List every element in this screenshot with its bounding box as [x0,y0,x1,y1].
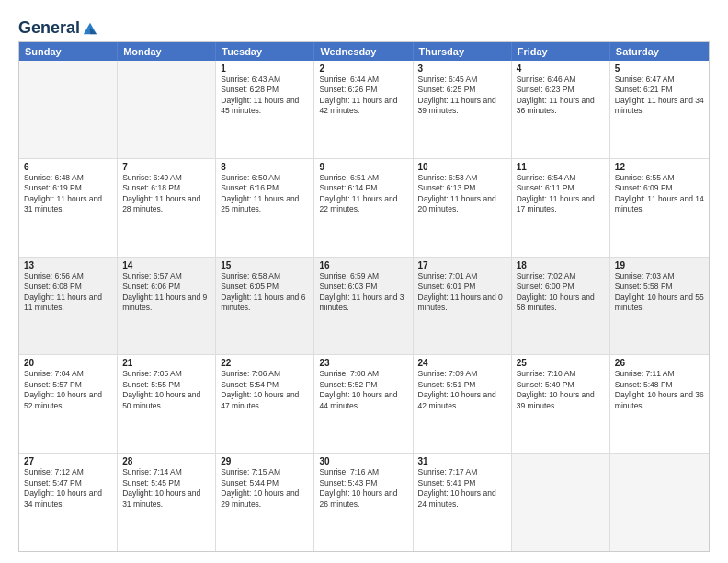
day-cell-26: 26Sunrise: 7:11 AM Sunset: 5:48 PM Dayli… [610,355,709,453]
week-row-2: 6Sunrise: 6:48 AM Sunset: 6:19 PM Daylig… [19,159,709,258]
day-number: 19 [615,260,704,270]
day-details: Sunrise: 6:49 AM Sunset: 6:18 PM Dayligh… [122,173,200,213]
day-cell-4: 4Sunrise: 6:46 AM Sunset: 6:23 PM Daylig… [512,61,610,158]
day-cell-7: 7Sunrise: 6:49 AM Sunset: 6:18 PM Daylig… [118,159,216,257]
day-cell-16: 16Sunrise: 6:59 AM Sunset: 6:03 PM Dayli… [314,258,413,355]
day-details: Sunrise: 7:06 AM Sunset: 5:54 PM Dayligh… [221,369,299,409]
day-number: 2 [319,63,407,74]
day-number: 8 [221,162,309,172]
day-number: 25 [517,358,605,368]
header: General [18,15,710,34]
day-details: Sunrise: 6:58 AM Sunset: 6:05 PM Dayligh… [221,271,305,312]
day-details: Sunrise: 7:16 AM Sunset: 5:43 PM Dayligh… [319,467,397,508]
header-day-thursday: Thursday [414,42,512,61]
logo-general: General [18,18,80,38]
day-cell-1: 1Sunrise: 6:43 AM Sunset: 6:28 PM Daylig… [216,61,314,158]
day-details: Sunrise: 6:45 AM Sunset: 6:25 PM Dayligh… [418,75,496,115]
empty-cell-4-5 [512,454,610,551]
day-details: Sunrise: 7:01 AM Sunset: 6:01 PM Dayligh… [418,271,503,312]
header-day-tuesday: Tuesday [216,42,314,61]
day-cell-20: 20Sunrise: 7:04 AM Sunset: 5:57 PM Dayli… [19,355,118,453]
day-details: Sunrise: 6:57 AM Sunset: 6:06 PM Dayligh… [122,271,207,312]
day-number: 24 [418,358,506,368]
day-cell-28: 28Sunrise: 7:14 AM Sunset: 5:45 PM Dayli… [118,454,216,551]
day-details: Sunrise: 7:12 AM Sunset: 5:47 PM Dayligh… [24,467,102,508]
day-cell-8: 8Sunrise: 6:50 AM Sunset: 6:16 PM Daylig… [216,159,314,257]
day-cell-24: 24Sunrise: 7:09 AM Sunset: 5:51 PM Dayli… [414,355,512,453]
day-details: Sunrise: 7:14 AM Sunset: 5:45 PM Dayligh… [122,467,200,508]
day-details: Sunrise: 6:53 AM Sunset: 6:13 PM Dayligh… [418,173,496,213]
day-number: 12 [615,162,704,172]
day-cell-12: 12Sunrise: 6:55 AM Sunset: 6:09 PM Dayli… [610,159,709,257]
day-number: 28 [122,456,210,466]
day-details: Sunrise: 6:47 AM Sunset: 6:21 PM Dayligh… [615,75,704,115]
page: General SundayMondayTuesdayWednesdayThur… [0,0,728,563]
day-details: Sunrise: 7:15 AM Sunset: 5:44 PM Dayligh… [221,467,299,508]
day-number: 26 [615,358,704,368]
day-cell-21: 21Sunrise: 7:05 AM Sunset: 5:55 PM Dayli… [118,355,216,453]
day-number: 29 [221,456,309,466]
day-details: Sunrise: 6:54 AM Sunset: 6:11 PM Dayligh… [517,173,595,213]
day-cell-9: 9Sunrise: 6:51 AM Sunset: 6:14 PM Daylig… [314,159,413,257]
empty-cell-4-6 [610,454,709,551]
week-row-3: 13Sunrise: 6:56 AM Sunset: 6:08 PM Dayli… [19,258,709,356]
day-cell-11: 11Sunrise: 6:54 AM Sunset: 6:11 PM Dayli… [512,159,610,257]
day-details: Sunrise: 6:51 AM Sunset: 6:14 PM Dayligh… [319,173,397,213]
day-number: 13 [24,260,112,270]
day-number: 16 [319,260,407,270]
day-cell-15: 15Sunrise: 6:58 AM Sunset: 6:05 PM Dayli… [216,258,314,355]
day-details: Sunrise: 6:50 AM Sunset: 6:16 PM Dayligh… [221,173,299,213]
day-cell-25: 25Sunrise: 7:10 AM Sunset: 5:49 PM Dayli… [512,355,610,453]
day-cell-3: 3Sunrise: 6:45 AM Sunset: 6:25 PM Daylig… [414,61,512,158]
day-details: Sunrise: 6:55 AM Sunset: 6:09 PM Dayligh… [615,173,704,213]
logo: General [18,18,98,34]
header-day-sunday: Sunday [19,42,118,61]
day-cell-2: 2Sunrise: 6:44 AM Sunset: 6:26 PM Daylig… [314,61,413,158]
day-number: 11 [517,162,605,172]
calendar-header: SundayMondayTuesdayWednesdayThursdayFrid… [19,42,709,61]
day-details: Sunrise: 7:08 AM Sunset: 5:52 PM Dayligh… [319,369,397,409]
calendar: SundayMondayTuesdayWednesdayThursdayFrid… [18,41,710,552]
week-row-5: 27Sunrise: 7:12 AM Sunset: 5:47 PM Dayli… [19,454,709,551]
day-number: 17 [418,260,506,270]
day-cell-10: 10Sunrise: 6:53 AM Sunset: 6:13 PM Dayli… [414,159,512,257]
day-number: 5 [615,63,704,74]
day-cell-19: 19Sunrise: 7:03 AM Sunset: 5:58 PM Dayli… [610,258,709,355]
day-number: 7 [122,162,210,172]
day-number: 23 [319,358,407,368]
header-day-wednesday: Wednesday [314,42,413,61]
day-details: Sunrise: 6:56 AM Sunset: 6:08 PM Dayligh… [24,271,102,312]
day-number: 20 [24,358,112,368]
day-details: Sunrise: 7:10 AM Sunset: 5:49 PM Dayligh… [517,369,595,409]
day-number: 3 [418,63,506,74]
day-cell-29: 29Sunrise: 7:15 AM Sunset: 5:44 PM Dayli… [216,454,314,551]
day-cell-6: 6Sunrise: 6:48 AM Sunset: 6:19 PM Daylig… [19,159,118,257]
calendar-body: 1Sunrise: 6:43 AM Sunset: 6:28 PM Daylig… [19,61,709,551]
header-day-saturday: Saturday [610,42,709,61]
day-details: Sunrise: 6:48 AM Sunset: 6:19 PM Dayligh… [24,173,102,213]
day-number: 9 [319,162,407,172]
header-day-friday: Friday [512,42,610,61]
day-details: Sunrise: 6:46 AM Sunset: 6:23 PM Dayligh… [517,75,595,115]
day-cell-5: 5Sunrise: 6:47 AM Sunset: 6:21 PM Daylig… [610,61,709,158]
day-details: Sunrise: 7:05 AM Sunset: 5:55 PM Dayligh… [122,369,200,409]
day-number: 1 [221,63,309,74]
day-details: Sunrise: 6:59 AM Sunset: 6:03 PM Dayligh… [319,271,404,312]
day-cell-14: 14Sunrise: 6:57 AM Sunset: 6:06 PM Dayli… [118,258,216,355]
day-cell-27: 27Sunrise: 7:12 AM Sunset: 5:47 PM Dayli… [19,454,118,551]
day-details: Sunrise: 7:03 AM Sunset: 5:58 PM Dayligh… [615,271,704,312]
day-number: 15 [221,260,309,270]
empty-cell-0-0 [19,61,118,158]
day-number: 27 [24,456,112,466]
header-day-monday: Monday [118,42,216,61]
day-number: 14 [122,260,210,270]
empty-cell-0-1 [118,61,216,158]
day-details: Sunrise: 7:04 AM Sunset: 5:57 PM Dayligh… [24,369,102,409]
day-number: 18 [517,260,605,270]
day-cell-17: 17Sunrise: 7:01 AM Sunset: 6:01 PM Dayli… [414,258,512,355]
day-details: Sunrise: 7:02 AM Sunset: 6:00 PM Dayligh… [517,271,595,312]
day-cell-31: 31Sunrise: 7:17 AM Sunset: 5:41 PM Dayli… [414,454,512,551]
week-row-4: 20Sunrise: 7:04 AM Sunset: 5:57 PM Dayli… [19,355,709,454]
day-details: Sunrise: 7:09 AM Sunset: 5:51 PM Dayligh… [418,369,496,409]
day-details: Sunrise: 7:17 AM Sunset: 5:41 PM Dayligh… [418,467,496,508]
